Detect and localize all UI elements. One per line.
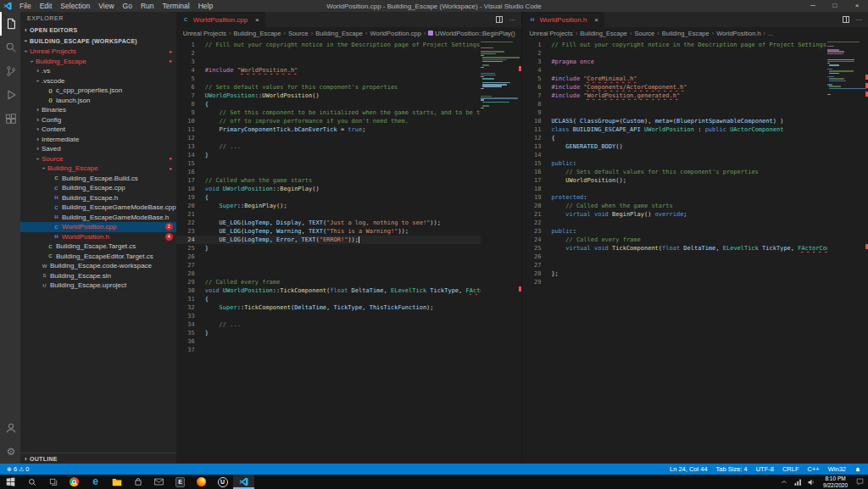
- maximize-button[interactable]: □: [824, 0, 846, 12]
- workspace-section-header[interactable]: › BUILDING_ESCAPE (WORKSPACE): [20, 36, 176, 47]
- tree-folder-.vscode[interactable]: ›.vscode: [20, 76, 176, 86]
- search-icon[interactable]: [0, 36, 20, 59]
- status-cursor-position[interactable]: Ln 24, Col 44: [665, 465, 712, 473]
- tree-file-Building_Escape.code-workspace[interactable]: WBuilding_Escape.code-workspace: [20, 261, 176, 271]
- tree-folder-Source[interactable]: ›Source●: [20, 154, 176, 164]
- close-button[interactable]: ×: [846, 0, 868, 12]
- chevron-up-icon[interactable]: [779, 479, 789, 486]
- tree-folder-Config[interactable]: ›Config: [20, 115, 176, 125]
- menu-bar: FileEditSelectionViewGoRunTerminalHelp: [15, 0, 217, 12]
- taskbar-file-explorer-icon[interactable]: [106, 475, 127, 489]
- tree-file-Building_EscapeEditor.Target.cs[interactable]: CBuilding_EscapeEditor.Target.cs: [20, 252, 176, 262]
- open-editors-section-header[interactable]: › OPEN EDITORS: [20, 25, 176, 36]
- taskbar-edge-icon[interactable]: e: [85, 475, 106, 489]
- more-actions-icon[interactable]: ···: [855, 16, 862, 24]
- menu-file[interactable]: File: [15, 0, 36, 12]
- breadcrumb-item[interactable]: Building_Escape: [662, 30, 709, 37]
- breadcrumb-item[interactable]: Source: [288, 30, 309, 37]
- tree-file-WorldPosition.h[interactable]: HWorldPosition.h4: [20, 232, 176, 242]
- breadcrumb-item[interactable]: Building_Escape: [315, 30, 363, 37]
- menu-terminal[interactable]: Terminal: [159, 0, 194, 12]
- tab-WorldPosition.cpp[interactable]: CWorldPosition.cpp×: [176, 12, 265, 27]
- source-control-icon[interactable]: [0, 59, 20, 83]
- more-actions-icon[interactable]: ···: [509, 16, 515, 24]
- status-indentation[interactable]: Tab Size: 4: [712, 465, 752, 473]
- menu-view[interactable]: View: [94, 0, 118, 12]
- taskbar-task-view-icon[interactable]: [42, 475, 64, 489]
- code-editor[interactable]: 1// Fill out your copyright notice in th…: [522, 41, 827, 464]
- breadcrumb-item[interactable]: Building_Escape: [234, 30, 281, 37]
- tree-folder-Saved[interactable]: ›Saved: [20, 144, 176, 154]
- taskbar-unreal-engine-icon[interactable]: U: [212, 475, 233, 489]
- menu-edit[interactable]: Edit: [36, 0, 57, 12]
- taskbar-clock[interactable]: 8:10 PM 9/22/2020: [820, 475, 851, 488]
- tree-folder-Binaries[interactable]: ›Binaries: [20, 105, 176, 115]
- tree-file-Building_Escape.h[interactable]: HBuilding_Escape.h: [20, 193, 176, 203]
- menu-selection[interactable]: Selection: [56, 0, 94, 12]
- taskbar-search-icon[interactable]: [21, 475, 42, 489]
- tree-folder-Building_Escape[interactable]: ›Building_Escape●: [20, 57, 176, 67]
- tree-file-Building_Escape.cpp[interactable]: CBuilding_Escape.cpp: [20, 183, 176, 193]
- tree-folder-.vs[interactable]: ›.vs: [20, 66, 176, 76]
- run-debug-icon[interactable]: [0, 83, 20, 107]
- account-icon[interactable]: [0, 416, 20, 440]
- close-tab-icon[interactable]: ×: [594, 16, 598, 24]
- code-editor[interactable]: 1// Fill out your copyright notice in th…: [176, 41, 481, 464]
- tree-folder-Intermediate[interactable]: ›Intermediate: [20, 135, 176, 145]
- minimize-button[interactable]: ─: [802, 0, 824, 12]
- breadcrumb-item[interactable]: ...: [768, 30, 773, 37]
- tree-file-launch.json[interactable]: {}launch.json: [20, 96, 176, 106]
- taskbar-mail-icon[interactable]: [148, 475, 170, 489]
- tab-bar: CWorldPosition.cpp×···: [176, 12, 522, 27]
- tree-file-Building_Escape.uproject[interactable]: UBuilding_Escape.uproject: [20, 281, 176, 291]
- tree-folder-Building_Escape[interactable]: ›Building_Escape●: [20, 164, 176, 174]
- notifications-bell-icon[interactable]: [850, 466, 865, 473]
- taskbar-firefox-icon[interactable]: [191, 475, 212, 489]
- status-encoding[interactable]: UTF-8: [752, 465, 778, 473]
- taskbar-epic-games-icon[interactable]: E: [170, 475, 191, 489]
- outline-section-header[interactable]: › OUTLINE: [20, 453, 176, 464]
- warnings-icon: ⚠: [19, 466, 24, 473]
- main-area: ⚙ EXPLORER › OPEN EDITORS › BUILDING_ESC…: [0, 12, 868, 464]
- breadcrumb-item[interactable]: Source: [635, 30, 655, 37]
- tree-file-Building_Escape.Build.cs[interactable]: CBuilding_Escape.Build.cs: [20, 174, 176, 184]
- status-eol[interactable]: CRLF: [778, 465, 804, 473]
- minimap[interactable]: [481, 41, 521, 464]
- breadcrumb-item[interactable]: WorldPosition.h: [716, 30, 760, 37]
- breadcrumb-item[interactable]: Unreal Projects: [529, 30, 572, 37]
- tree-file-Building_EscapeGameModeBase.h[interactable]: HBuilding_EscapeGameModeBase.h: [20, 213, 176, 223]
- taskbar-vscode-icon[interactable]: [233, 475, 254, 489]
- menu-go[interactable]: Go: [119, 0, 136, 12]
- breadcrumb-item[interactable]: Unreal Projects: [183, 30, 226, 37]
- taskbar-start-icon[interactable]: [0, 475, 21, 489]
- tree-file-WorldPosition.cpp[interactable]: CWorldPosition.cpp2: [20, 222, 176, 232]
- tree-file-Building_Escape.sln[interactable]: SBuilding_Escape.sln: [20, 271, 176, 281]
- tree-file-Building_Escape.Target.cs[interactable]: CBuilding_Escape.Target.cs: [20, 242, 176, 252]
- tree-file-Building_EscapeGameModeBase.cpp[interactable]: CBuilding_EscapeGameModeBase.cpp: [20, 203, 176, 213]
- breadcrumb-item[interactable]: WorldPosition.cpp: [370, 30, 421, 37]
- breadcrumb-item[interactable]: UWorldPosition::BeginPlay(): [428, 30, 515, 37]
- tree-file-c_cpp_properties.json[interactable]: {}c_cpp_properties.json: [20, 86, 176, 96]
- minimap[interactable]: [827, 41, 868, 464]
- settings-icon[interactable]: ⚙: [0, 440, 20, 464]
- split-editor-icon[interactable]: [496, 16, 503, 23]
- split-editor-icon[interactable]: [843, 16, 849, 23]
- extensions-icon[interactable]: [0, 107, 20, 131]
- status-language-mode[interactable]: C++: [804, 465, 824, 473]
- action-center-icon[interactable]: [854, 478, 865, 486]
- tab-WorldPosition.h[interactable]: HWorldPosition.h×: [522, 12, 604, 27]
- network-icon[interactable]: [793, 479, 803, 486]
- explorer-icon[interactable]: [0, 12, 20, 36]
- breadcrumb-item[interactable]: Building_Escape: [580, 30, 627, 37]
- menu-run[interactable]: Run: [136, 0, 159, 12]
- menu-help[interactable]: Help: [194, 0, 217, 12]
- taskbar-store-icon[interactable]: [127, 475, 148, 489]
- problems-indicator[interactable]: ⊗ 6 ⚠ 0: [3, 465, 34, 473]
- tree-folder-Content[interactable]: ›Content: [20, 125, 176, 135]
- close-tab-icon[interactable]: ×: [255, 16, 259, 24]
- status-platform[interactable]: Win32: [824, 465, 850, 473]
- volume-icon[interactable]: [806, 479, 816, 486]
- problems-badge: 4: [165, 233, 173, 241]
- taskbar-chrome-icon[interactable]: [64, 475, 85, 489]
- tree-folder-Unreal Projects[interactable]: ›Unreal Projects●: [20, 47, 176, 57]
